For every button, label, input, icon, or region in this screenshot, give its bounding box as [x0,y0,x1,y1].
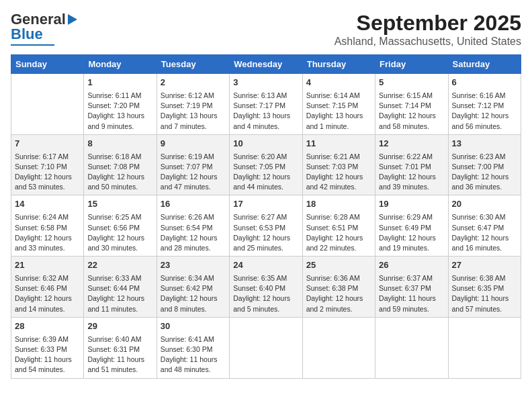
day-number: 7 [15,138,80,150]
day-number: 30 [161,320,226,333]
day-info: Sunrise: 6:22 AM Sunset: 7:01 PM Dayligh… [379,152,444,193]
calendar-cell [230,317,302,378]
day-info: Sunrise: 6:17 AM Sunset: 7:10 PM Dayligh… [15,152,80,193]
day-number: 11 [306,138,371,150]
day-number: 1 [87,77,152,89]
day-info: Sunrise: 6:26 AM Sunset: 6:54 PM Dayligh… [161,212,226,253]
calendar-week-row: 1Sunrise: 6:11 AM Sunset: 7:20 PM Daylig… [11,74,521,135]
day-number: 26 [379,259,444,272]
day-info: Sunrise: 6:14 AM Sunset: 7:15 PM Dayligh… [306,91,371,132]
calendar-cell: 19Sunrise: 6:29 AM Sunset: 6:49 PM Dayli… [375,195,448,257]
column-header-monday: Monday [84,55,157,74]
day-info: Sunrise: 6:21 AM Sunset: 7:03 PM Dayligh… [306,152,371,193]
day-number: 28 [15,320,80,333]
calendar-cell [11,74,84,135]
calendar-cell: 2Sunrise: 6:12 AM Sunset: 7:19 PM Daylig… [157,74,229,135]
calendar-cell: 14Sunrise: 6:24 AM Sunset: 6:58 PM Dayli… [11,195,84,257]
day-info: Sunrise: 6:23 AM Sunset: 7:00 PM Dayligh… [452,152,517,193]
day-number: 17 [233,198,298,211]
calendar-cell: 17Sunrise: 6:27 AM Sunset: 6:53 PM Dayli… [230,195,302,257]
day-info: Sunrise: 6:39 AM Sunset: 6:33 PM Dayligh… [15,334,80,375]
day-info: Sunrise: 6:40 AM Sunset: 6:31 PM Dayligh… [87,334,152,375]
day-info: Sunrise: 6:28 AM Sunset: 6:51 PM Dayligh… [306,212,371,253]
day-number: 21 [15,259,80,272]
title-block: September 2025 Ashland, Massachusetts, U… [335,11,521,48]
calendar-week-row: 21Sunrise: 6:32 AM Sunset: 6:46 PM Dayli… [11,257,521,318]
day-number: 4 [306,77,371,89]
day-number: 13 [452,138,517,150]
day-info: Sunrise: 6:37 AM Sunset: 6:37 PM Dayligh… [379,273,444,314]
day-info: Sunrise: 6:18 AM Sunset: 7:08 PM Dayligh… [87,152,152,193]
day-number: 2 [161,77,226,89]
day-info: Sunrise: 6:30 AM Sunset: 6:47 PM Dayligh… [452,212,517,253]
day-info: Sunrise: 6:36 AM Sunset: 6:38 PM Dayligh… [306,273,371,314]
calendar-cell: 27Sunrise: 6:38 AM Sunset: 6:35 PM Dayli… [448,257,521,318]
calendar-cell: 16Sunrise: 6:26 AM Sunset: 6:54 PM Dayli… [157,195,229,257]
day-number: 3 [233,77,298,89]
calendar-cell: 1Sunrise: 6:11 AM Sunset: 7:20 PM Daylig… [84,74,157,135]
calendar-cell: 30Sunrise: 6:41 AM Sunset: 6:30 PM Dayli… [157,317,229,378]
calendar-cell: 8Sunrise: 6:18 AM Sunset: 7:08 PM Daylig… [84,134,157,195]
calendar-cell: 5Sunrise: 6:15 AM Sunset: 7:14 PM Daylig… [375,74,448,135]
day-info: Sunrise: 6:15 AM Sunset: 7:14 PM Dayligh… [379,91,444,132]
calendar-cell: 26Sunrise: 6:37 AM Sunset: 6:37 PM Dayli… [375,257,448,318]
day-info: Sunrise: 6:19 AM Sunset: 7:07 PM Dayligh… [161,152,226,193]
calendar-cell: 18Sunrise: 6:28 AM Sunset: 6:51 PM Dayli… [302,195,375,257]
day-number: 25 [306,259,371,272]
calendar-table: SundayMondayTuesdayWednesdayThursdayFrid… [11,54,521,379]
logo-underline [11,44,54,46]
day-info: Sunrise: 6:25 AM Sunset: 6:56 PM Dayligh… [87,212,152,253]
calendar-cell: 11Sunrise: 6:21 AM Sunset: 7:03 PM Dayli… [302,134,375,195]
day-info: Sunrise: 6:16 AM Sunset: 7:12 PM Dayligh… [452,91,517,132]
calendar-header-row: SundayMondayTuesdayWednesdayThursdayFrid… [11,55,521,74]
day-info: Sunrise: 6:38 AM Sunset: 6:35 PM Dayligh… [452,273,517,314]
day-number: 14 [15,198,80,211]
calendar-cell: 24Sunrise: 6:35 AM Sunset: 6:40 PM Dayli… [230,257,302,318]
day-info: Sunrise: 6:13 AM Sunset: 7:17 PM Dayligh… [233,91,298,132]
day-number: 29 [87,320,152,333]
day-number: 24 [233,259,298,272]
calendar-cell [448,317,521,378]
calendar-week-row: 7Sunrise: 6:17 AM Sunset: 7:10 PM Daylig… [11,134,521,195]
day-info: Sunrise: 6:41 AM Sunset: 6:30 PM Dayligh… [161,334,226,375]
day-number: 6 [452,77,517,89]
day-info: Sunrise: 6:29 AM Sunset: 6:49 PM Dayligh… [379,212,444,253]
column-header-sunday: Sunday [11,55,84,74]
calendar-cell: 22Sunrise: 6:33 AM Sunset: 6:44 PM Dayli… [84,257,157,318]
calendar-cell: 4Sunrise: 6:14 AM Sunset: 7:15 PM Daylig… [302,74,375,135]
day-info: Sunrise: 6:27 AM Sunset: 6:53 PM Dayligh… [233,212,298,253]
day-info: Sunrise: 6:11 AM Sunset: 7:20 PM Dayligh… [87,91,152,132]
day-number: 15 [87,198,152,211]
day-number: 27 [452,259,517,272]
day-info: Sunrise: 6:24 AM Sunset: 6:58 PM Dayligh… [15,212,80,253]
calendar-cell: 25Sunrise: 6:36 AM Sunset: 6:38 PM Dayli… [302,257,375,318]
day-info: Sunrise: 6:12 AM Sunset: 7:19 PM Dayligh… [161,91,226,132]
calendar-cell: 13Sunrise: 6:23 AM Sunset: 7:00 PM Dayli… [448,134,521,195]
day-info: Sunrise: 6:35 AM Sunset: 6:40 PM Dayligh… [233,273,298,314]
day-number: 9 [161,138,226,150]
calendar-cell: 20Sunrise: 6:30 AM Sunset: 6:47 PM Dayli… [448,195,521,257]
calendar-cell: 21Sunrise: 6:32 AM Sunset: 6:46 PM Dayli… [11,257,84,318]
logo-arrow-icon [68,14,77,25]
day-number: 19 [379,198,444,211]
calendar-cell [302,317,375,378]
calendar-week-row: 14Sunrise: 6:24 AM Sunset: 6:58 PM Dayli… [11,195,521,257]
calendar-cell [375,317,448,378]
page-header: General Blue September 2025 Ashland, Mas… [11,11,521,48]
calendar-cell: 9Sunrise: 6:19 AM Sunset: 7:07 PM Daylig… [157,134,229,195]
calendar-cell: 15Sunrise: 6:25 AM Sunset: 6:56 PM Dayli… [84,195,157,257]
calendar-cell: 10Sunrise: 6:20 AM Sunset: 7:05 PM Dayli… [230,134,302,195]
day-number: 16 [161,198,226,211]
day-number: 20 [452,198,517,211]
day-info: Sunrise: 6:34 AM Sunset: 6:42 PM Dayligh… [161,273,226,314]
day-number: 18 [306,198,371,211]
calendar-cell: 3Sunrise: 6:13 AM Sunset: 7:17 PM Daylig… [230,74,302,135]
day-number: 10 [233,138,298,150]
calendar-week-row: 28Sunrise: 6:39 AM Sunset: 6:33 PM Dayli… [11,317,521,378]
day-info: Sunrise: 6:20 AM Sunset: 7:05 PM Dayligh… [233,152,298,193]
column-header-tuesday: Tuesday [157,55,229,74]
column-header-thursday: Thursday [302,55,375,74]
page-subtitle: Ashland, Massachusetts, United States [335,36,521,48]
column-header-wednesday: Wednesday [230,55,302,74]
calendar-cell: 29Sunrise: 6:40 AM Sunset: 6:31 PM Dayli… [84,317,157,378]
